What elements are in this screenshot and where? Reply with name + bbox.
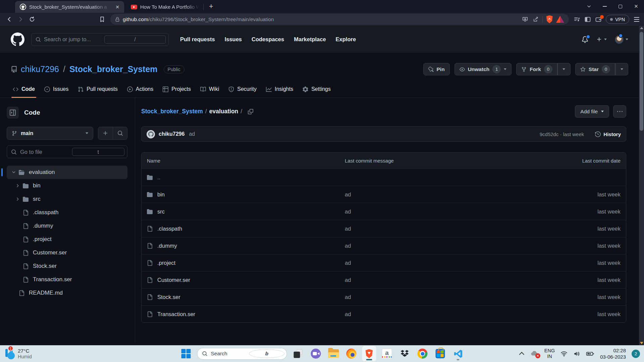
nav-codespaces[interactable]: Codespaces xyxy=(252,36,284,43)
commit-sha-date[interactable]: 9cd52dc · last week xyxy=(540,131,584,137)
table-row-project[interactable]: .project ad last week xyxy=(142,254,626,271)
tree-item-bin[interactable]: bin xyxy=(7,179,127,192)
reload-button[interactable] xyxy=(26,14,38,25)
close-button[interactable]: ✕ xyxy=(628,0,644,13)
tree-item-dummy[interactable]: .dummy xyxy=(7,219,127,233)
tree-item-stock-ser[interactable]: Stock.ser xyxy=(7,259,127,273)
user-avatar[interactable] xyxy=(615,35,628,44)
tray-overflow-icon[interactable] xyxy=(519,352,524,357)
browser-tab-youtube[interactable]: How To Make A Portfolio Website Usin xyxy=(126,1,203,13)
github-logo[interactable] xyxy=(11,33,24,46)
menu-icon[interactable] xyxy=(631,17,644,22)
file-explorer-button[interactable] xyxy=(327,346,340,361)
language-indicator[interactable]: ENG IN xyxy=(544,348,555,359)
save-page-icon[interactable] xyxy=(520,14,530,24)
tab-code[interactable]: Code xyxy=(8,82,40,98)
tab-projects[interactable]: Projects xyxy=(158,82,196,98)
table-row-classpath[interactable]: .classpath ad last week xyxy=(142,220,626,237)
tab-close-icon[interactable]: ✕ xyxy=(114,4,121,10)
bookmark-icon[interactable] xyxy=(96,14,108,25)
tab-issues[interactable]: Issues xyxy=(40,82,73,98)
create-new-button[interactable] xyxy=(596,37,607,42)
tree-item-readme[interactable]: README.md xyxy=(7,286,127,300)
scroll-up-arrow[interactable] xyxy=(640,27,643,29)
table-row-dummy[interactable]: .dummy ad last week xyxy=(142,237,626,254)
breadcrumb-repo-link[interactable]: Stock_broker_System xyxy=(141,108,203,115)
bing-chat-icon[interactable]: b xyxy=(249,349,285,358)
tree-item-transaction-ser[interactable]: Transaction.ser xyxy=(7,273,127,286)
add-file-button[interactable]: Add file xyxy=(575,105,609,118)
scrollbar-thumb[interactable] xyxy=(640,32,643,131)
pin-button[interactable]: Pin xyxy=(423,63,450,75)
minimize-button[interactable] xyxy=(597,0,612,13)
tab-pull-requests[interactable]: Pull requests xyxy=(73,82,122,98)
table-row-stock-ser[interactable]: Stock.ser ad last week xyxy=(142,288,626,305)
tab-security[interactable]: Security xyxy=(224,82,261,98)
tree-item-evaluation[interactable]: evaluation xyxy=(7,166,127,179)
vpn-button[interactable]: VPN xyxy=(606,15,629,24)
wallet-icon[interactable] xyxy=(593,14,604,24)
new-tab-button[interactable]: + xyxy=(206,2,217,13)
brave-rewards-icon[interactable] xyxy=(555,14,566,24)
repo-owner-link[interactable]: chiku7296 xyxy=(21,64,59,74)
repo-name-link[interactable]: Stock_broker_System xyxy=(69,64,158,74)
tree-item-project[interactable]: .project xyxy=(7,233,127,246)
clock-widget[interactable]: 02:28 03-06-2023 xyxy=(600,347,626,360)
star-button[interactable]: Star0 xyxy=(575,63,615,75)
more-options-button[interactable] xyxy=(613,105,626,118)
battery-icon[interactable] xyxy=(586,350,594,357)
star-dropdown[interactable] xyxy=(615,63,628,75)
onedrive-icon[interactable]: ✕ xyxy=(530,350,539,357)
github-search-input[interactable]: Search or jump to... / xyxy=(31,33,169,46)
tree-item-customer-ser[interactable]: Customer.ser xyxy=(7,246,127,259)
forward-button[interactable] xyxy=(15,14,26,25)
chevron-down-icon[interactable] xyxy=(10,170,17,175)
tree-item-classpath[interactable]: .classpath xyxy=(7,206,127,219)
nav-issues[interactable]: Issues xyxy=(225,36,242,43)
volume-icon[interactable] xyxy=(573,350,580,357)
chat-app-button[interactable] xyxy=(309,346,323,361)
table-row-transaction-ser[interactable]: Transaction.ser ad last week xyxy=(142,305,626,322)
browser-tab-active[interactable]: Stock_broker_System/evaluation a ✕ xyxy=(15,1,124,13)
tab-insights[interactable]: Insights xyxy=(261,82,298,98)
copy-path-icon[interactable] xyxy=(248,108,253,115)
page-scrollbar[interactable] xyxy=(639,26,644,345)
new-file-button[interactable] xyxy=(98,127,113,139)
start-button[interactable] xyxy=(179,346,193,361)
tree-item-src[interactable]: src xyxy=(7,192,127,206)
tab-search-icon[interactable] xyxy=(581,0,597,13)
history-button[interactable]: History xyxy=(595,131,621,137)
vscode-button[interactable] xyxy=(451,346,465,361)
branch-selector[interactable]: main xyxy=(7,127,93,140)
maximize-button[interactable] xyxy=(612,0,628,13)
go-to-file-input[interactable]: Go to file t xyxy=(7,145,127,158)
microsoft-store-button[interactable] xyxy=(434,346,447,361)
tab-actions[interactable]: Actions xyxy=(122,82,158,98)
notification-count-badge[interactable]: 2 xyxy=(632,350,640,358)
back-button[interactable] xyxy=(3,14,15,25)
taskbar-search[interactable]: Search b xyxy=(197,348,287,360)
nav-explore[interactable]: Explore xyxy=(336,36,356,43)
task-view-button[interactable] xyxy=(291,346,305,361)
table-row-parent[interactable]: .. xyxy=(142,169,626,186)
tab-settings[interactable]: Settings xyxy=(298,82,335,98)
fork-button[interactable]: Fork0 xyxy=(516,63,557,75)
table-row-src[interactable]: src ad last week xyxy=(142,203,626,220)
search-tree-button[interactable] xyxy=(113,127,127,139)
table-row-bin[interactable]: bin ad last week xyxy=(142,186,626,203)
sidebar-toggle-icon[interactable] xyxy=(582,14,593,24)
chrome-button[interactable] xyxy=(416,346,429,361)
brave-button[interactable] xyxy=(363,346,376,361)
collapse-sidebar-button[interactable] xyxy=(7,107,19,119)
tab-wiki[interactable]: Wiki xyxy=(196,82,224,98)
playlist-icon[interactable] xyxy=(572,14,582,24)
firefox-button[interactable] xyxy=(345,346,358,361)
chevron-right-icon[interactable] xyxy=(14,183,21,188)
amazon-button[interactable]: a xyxy=(380,346,394,361)
nav-marketplace[interactable]: Marketplace xyxy=(294,36,326,43)
address-bar[interactable]: github.com/chiku7296/Stock_broker_System… xyxy=(110,14,569,25)
brave-shields-icon[interactable]: ^ xyxy=(544,14,555,24)
commit-author-link[interactable]: chiku7296 xyxy=(159,131,184,137)
scroll-down-arrow[interactable] xyxy=(640,342,643,344)
fork-dropdown[interactable] xyxy=(557,63,571,75)
